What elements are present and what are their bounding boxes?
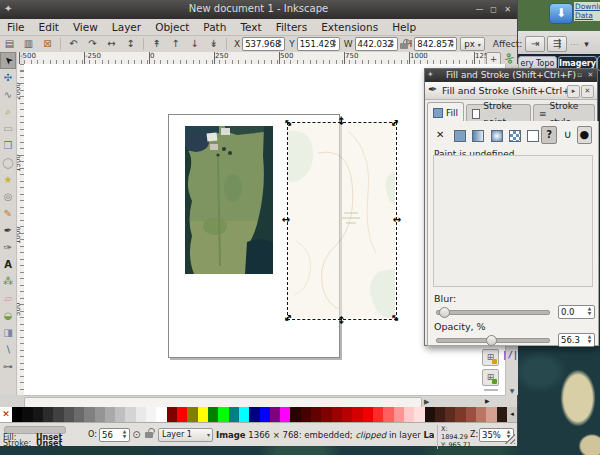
palette-swatch-800000[interactable] [167,407,177,422]
opacity-steppers[interactable]: ▲▼ [586,334,593,346]
palette-swatch-5c2c1f[interactable] [445,407,455,422]
window-resize-grip[interactable] [505,434,515,444]
palette-swatch-ffff00[interactable] [198,407,208,422]
palette-swatch-008080[interactable] [229,407,239,422]
fill-rule-nonzero-button[interactable]: ∪ [561,127,574,143]
palette-swatch-000080[interactable] [249,407,259,422]
rotate-ccw-button[interactable]: ↶ [65,37,82,51]
scale-handle-s[interactable]: ↔ [335,314,347,326]
dialog-close-button[interactable]: ✕ [586,71,595,80]
tab-fill[interactable]: Fill [427,102,464,122]
palette-swatch-f4f4f4[interactable] [146,407,156,422]
menu-extensions[interactable]: Extensions [314,19,385,35]
palette-swatch-b87764[interactable] [476,407,486,422]
menu-help[interactable]: Help [385,19,423,35]
blur-steppers[interactable]: ▲▼ [586,306,593,318]
deselect-button[interactable]: ⊠ [39,37,56,51]
maximize-button[interactable]: ◻ [488,4,499,15]
toolbar-overflow-marker[interactable]: ⋯ [570,40,580,49]
palette-swatch-00ff00[interactable] [218,407,228,422]
fill-rule-evenodd-button[interactable]: ● [577,126,592,144]
text-tool[interactable]: A [0,256,16,273]
layer-dropdown[interactable]: Layer 1▾ [158,428,213,442]
paint-unknown-button[interactable]: ? [541,126,557,144]
w-field[interactable]: 442.032▲▼ [355,37,398,51]
title-bar[interactable]: ✦ New document 1 - Inkscape — ◻ ✕ [0,0,517,19]
scale-handle-e[interactable]: ↔ [391,214,403,226]
rectangle-tool[interactable]: ▭ [0,120,16,137]
pencil-tool[interactable]: ✎ [0,205,16,222]
download-data-link[interactable]: Download Data [574,2,600,21]
blur-field[interactable]: 0.0▲▼ [558,305,595,319]
tab-stroke-style[interactable]: ≡Stroke style [533,104,595,122]
zoom-tool[interactable]: ⌕ [0,103,16,120]
palette-swatch-959595[interactable] [95,407,105,422]
star-tool[interactable]: ★ [0,171,16,188]
palette-swatch-bfbfbf[interactable] [115,407,125,422]
x-steppers[interactable]: ▲▼ [276,38,283,50]
spiral-tool[interactable]: ◎ [0,188,16,205]
palette-swatch-2b0000[interactable] [290,407,300,422]
dock-expander-arrow[interactable]: ▶ [485,397,490,404]
palette-swatch-008000[interactable] [208,407,218,422]
box-3d-tool[interactable]: ❒ [0,137,16,154]
menu-object[interactable]: Object [148,19,196,35]
selector-tool[interactable]: ➤ [0,52,16,69]
paint-linear-gradient-button[interactable] [468,126,484,144]
palette-swatch-7a3a29[interactable] [455,407,465,422]
y-steppers[interactable]: ▲▼ [331,38,338,50]
palette-swatch-555555[interactable] [64,407,74,422]
dialog-maximize-button[interactable]: ▫ [575,71,584,80]
palette-swatch-800080[interactable] [270,407,280,422]
lower-button[interactable]: ↓ [186,37,203,51]
paint-pattern-button[interactable] [505,126,521,144]
palette-swatch-b80000[interactable] [342,407,352,422]
menu-view[interactable]: View [66,19,105,35]
toolbar-end-arrow[interactable]: ▾ [584,39,589,49]
opacity-slider-thumb[interactable] [486,335,497,346]
palette-swatch-995041[interactable] [466,407,476,422]
palette-swatch-e9e9e9[interactable] [136,407,146,422]
palette-swatch-630000[interactable] [311,407,321,422]
palette-swatch-9c0000[interactable] [332,407,342,422]
close-button[interactable]: ✕ [502,4,513,15]
aerial-photo-image[interactable] [185,126,273,274]
paint-radial-gradient-button[interactable] [487,126,503,144]
flip-vertical-button[interactable]: ↕ [122,37,139,51]
palette-swatch-d4d4d4[interactable] [125,407,135,422]
gradient-tool[interactable]: ◨ [0,324,16,341]
pen-tool[interactable]: ✒ [0,222,16,239]
palette-swatch-ffffff[interactable] [156,407,166,422]
flip-horizontal-button[interactable]: ↔ [103,37,120,51]
x-field[interactable]: 537.968▲▼ [242,37,285,51]
palette-swatch-ff00ff[interactable] [280,407,290,422]
palette-swatch-ff2a2a[interactable] [373,407,383,422]
scale-handle-n[interactable]: ↔ [335,115,347,127]
palette-swatch-161616[interactable] [33,407,43,422]
spray-tool[interactable]: ⁂ [0,273,16,290]
palette-swatch-f00000[interactable] [363,407,373,422]
menu-file[interactable]: File [0,19,32,35]
menu-path[interactable]: Path [196,19,233,35]
palette-swatch-404040[interactable] [53,407,63,422]
palette-swatch-ff0000[interactable] [177,407,187,422]
dropper-tool[interactable]: ∖ [0,341,16,358]
rotate-cw-button[interactable]: ↷ [84,37,101,51]
palette-scroll-arrow[interactable]: ◂ [507,407,517,422]
layer-visibility-eye-icon[interactable]: ⊙ [130,428,143,441]
object-opacity-steppers[interactable]: ▲▼ [121,429,128,441]
palette-swatch-ff5f5f[interactable] [383,407,393,422]
layer-lock-icon[interactable] [143,428,156,441]
connector-tool[interactable]: ⊶ [0,358,16,375]
opacity-field[interactable]: 56.3▲▼ [558,333,595,347]
download-icon[interactable]: ⬇ [549,3,573,24]
scroll-right-arrow[interactable]: ▶ [424,398,429,406]
minimize-button[interactable]: — [474,4,485,15]
dialog-title-bar[interactable]: ✦ Fill and Stroke (Shift+Ctrl+F) – ▫ ✕ [425,69,597,82]
palette-swatch-ffdede[interactable] [414,407,424,422]
lower-to-bottom-button[interactable]: ↡ [205,37,222,51]
y-field[interactable]: 151.429▲▼ [297,37,340,51]
dialog-expand-button[interactable]: ▸ [567,85,580,98]
palette-swatch-808080[interactable] [84,407,94,422]
palette-swatch-2b1a14[interactable] [497,407,507,422]
